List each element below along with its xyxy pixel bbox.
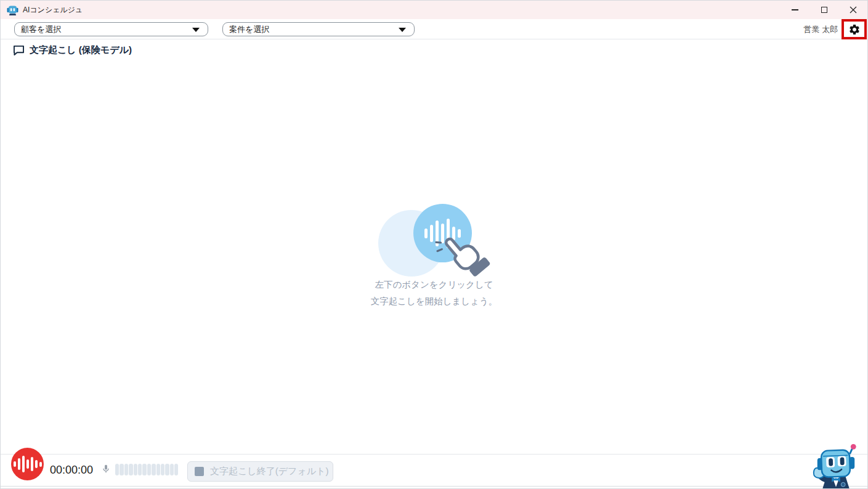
- caret-down-icon: [399, 28, 406, 32]
- maximize-button[interactable]: [809, 1, 838, 19]
- stop-icon: [195, 467, 204, 476]
- level-bar-segment: [138, 464, 142, 475]
- level-bar-segment: [165, 464, 169, 475]
- level-bar-segment: [115, 464, 119, 475]
- level-bar-segment: [129, 464, 132, 475]
- robot-icon: [7, 5, 18, 15]
- hint-line-1: 左下のボタンをクリックして: [1, 277, 867, 293]
- transcript-header: 文字起こし (保険モデル): [13, 44, 132, 56]
- level-bar-segment: [124, 464, 128, 475]
- microphone-icon: [101, 462, 111, 476]
- bottom-bar-divider: [1, 454, 867, 455]
- window-title: AIコンシェルジュ: [23, 5, 83, 15]
- settings-button[interactable]: [844, 22, 864, 37]
- settings-highlight-annotation: [842, 19, 867, 39]
- empty-state-hint: 左下のボタンをクリックして 文字起こしを開始しましょう。: [1, 277, 867, 310]
- level-bar-segment: [120, 464, 123, 475]
- close-icon: [850, 6, 857, 14]
- user-name-label: 営業 太郎: [803, 19, 838, 39]
- robot-mascot: [812, 443, 860, 489]
- empty-state-illustration: [370, 196, 503, 280]
- title-bar: AIコンシェルジュ: [1, 1, 867, 19]
- customer-select-value: 顧客を選択: [21, 24, 61, 35]
- recording-timer: 00:00:00: [50, 464, 93, 477]
- close-button[interactable]: [838, 1, 867, 19]
- level-bar-segment: [174, 464, 178, 475]
- level-bar-segment: [152, 464, 155, 475]
- gear-icon: [848, 23, 861, 36]
- level-bar-segment: [170, 464, 174, 475]
- window-controls: [781, 1, 867, 19]
- stop-button-label: 文字起こし終了(デフォルト): [210, 466, 328, 477]
- hint-line-2: 文字起こしを開始しましょう。: [1, 293, 867, 310]
- toolbar: 顧客を選択 案件を選択 営業 太郎: [1, 19, 867, 39]
- caret-down-icon: [192, 28, 200, 32]
- minimize-icon: [792, 9, 798, 10]
- level-bar-segment: [156, 464, 160, 475]
- mic-level-meter: [115, 464, 178, 475]
- level-bar-segment: [161, 464, 164, 475]
- case-select-dropdown[interactable]: 案件を選択: [222, 22, 415, 36]
- speech-bubble-icon: [13, 45, 25, 55]
- level-bar-segment: [147, 464, 151, 475]
- minimize-button[interactable]: [781, 1, 809, 19]
- record-button[interactable]: [11, 448, 44, 480]
- stop-transcription-button[interactable]: 文字起こし終了(デフォルト): [187, 461, 333, 482]
- level-bar-segment: [142, 464, 146, 475]
- case-select-value: 案件を選択: [229, 24, 269, 35]
- waveform-icon: [14, 461, 16, 467]
- customer-select-dropdown[interactable]: 顧客を選択: [14, 22, 208, 36]
- transcript-header-label: 文字起こし (保険モデル): [30, 44, 132, 56]
- app-window: AIコンシェルジュ 顧客を選択 案件を選択 営業 太郎: [0, 0, 868, 489]
- maximize-icon: [821, 7, 827, 13]
- window-bottom-border: [1, 486, 867, 487]
- level-bar-segment: [134, 464, 137, 475]
